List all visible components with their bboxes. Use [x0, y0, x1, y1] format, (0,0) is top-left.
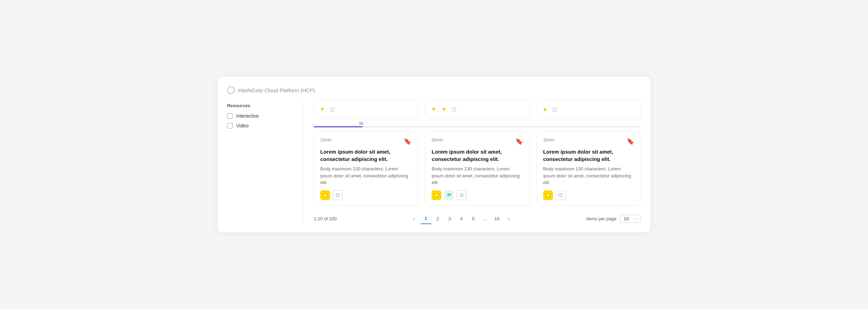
pagination-info: 1-10 of 100	[314, 216, 337, 221]
sidebar-section-title: Resources	[227, 103, 297, 108]
card-1-duration: 10min	[320, 138, 332, 142]
card-1-header: 10min 🔖	[320, 138, 411, 145]
card-1-bookmark[interactable]: 🔖	[404, 138, 411, 145]
image-icon-1: ⊡	[330, 106, 335, 113]
next-page-button[interactable]: ›	[504, 214, 514, 224]
card-3-vault-icon[interactable]	[543, 190, 553, 200]
card-2-vault-icon[interactable]	[432, 190, 441, 200]
page-btn-3[interactable]: 3	[444, 214, 455, 224]
filter-tag-icon-2: ▼	[441, 106, 447, 112]
card-2-duration: 60min	[432, 138, 443, 142]
page-btn-2[interactable]: 2	[433, 214, 443, 224]
card-3: 10min 🔖 Lorem ipsum dolor sit amet, cons…	[537, 131, 641, 206]
items-per-page-control: Items per page 10 25 50	[586, 215, 641, 223]
card-2-terminal-icon[interactable]: ⊡	[457, 190, 466, 200]
cards-row: 10min 🔖 Lorem ipsum dolor sit amet, cons…	[314, 131, 641, 206]
page-btn-10[interactable]: 10	[492, 214, 502, 224]
top-card-3: ★ ⊡	[537, 100, 641, 118]
filter-interactive[interactable]: Interactive	[227, 113, 297, 119]
card-2-body: Body maximum 130 characters. Lorem ipsum…	[432, 165, 523, 186]
progress-bar-fill	[314, 126, 363, 127]
card-3-terminal-icon[interactable]: ⊡	[556, 190, 566, 200]
progress-bar-bg	[314, 126, 641, 127]
vault-tag-icon-2: ▼	[431, 106, 436, 112]
main-window: HashiCorp Cloud Platform (HCP) Resources…	[217, 76, 651, 233]
card-1-vault-icon[interactable]	[320, 190, 330, 200]
video-label: Video	[236, 123, 249, 128]
card-2-bookmark[interactable]: 🔖	[515, 138, 523, 145]
top-cards-row: ▼ ⊡ ▼ ▼ ⊡ ★ ⊡	[314, 100, 641, 118]
pagination-area: 1-10 of 100 ‹ 1 2 3 4 5 ... 10 › Items p…	[314, 211, 641, 224]
card-2-header: 60min 🔖	[432, 138, 523, 145]
image-icon-2: ⊡	[452, 106, 456, 113]
top-bar: HashiCorp Cloud Platform (HCP)	[227, 86, 641, 94]
card-1-footer: ⊡	[320, 190, 411, 200]
page-btn-1[interactable]: 1	[421, 214, 431, 224]
page-btn-5[interactable]: 5	[468, 214, 479, 224]
app-title: HashiCorp Cloud Platform (HCP)	[238, 87, 315, 93]
page-btn-ellipsis: ...	[480, 214, 491, 224]
filter-video[interactable]: Video	[227, 123, 297, 128]
page-btn-4[interactable]: 4	[456, 214, 467, 224]
vault-tag-icon-1: ▼	[320, 106, 325, 112]
interactive-checkbox[interactable]	[227, 113, 233, 119]
card-3-footer: ⊡	[543, 190, 634, 200]
image-icon-3: ⊡	[552, 106, 557, 113]
main-content: ▼ ⊡ ▼ ▼ ⊡ ★ ⊡ 16	[304, 100, 641, 224]
card-1-title: Lorem ipsum dolor sit amet, consectetur …	[320, 148, 411, 163]
video-checkbox[interactable]	[227, 123, 233, 128]
card-3-header: 10min 🔖	[543, 138, 634, 145]
items-per-page-select[interactable]: 10 25 50	[620, 215, 641, 223]
progress-area: 16	[314, 124, 641, 130]
top-card-1: ▼ ⊡	[314, 100, 418, 118]
items-per-page-label: Items per page	[586, 216, 616, 221]
star-icon-3: ★	[542, 106, 547, 113]
card-2: 60min 🔖 Lorem ipsum dolor sit amet, cons…	[425, 131, 529, 206]
card-3-title: Lorem ipsum dolor sit amet, consectetur …	[543, 148, 634, 163]
card-2-consul-icon[interactable]: ⟳	[444, 190, 454, 200]
progress-label: 16	[359, 121, 363, 125]
items-per-page-select-wrapper[interactable]: 10 25 50	[620, 215, 641, 223]
logo-icon	[227, 86, 235, 94]
content-area: Resources Interactive Video ▼ ⊡ ▼ ▼	[227, 100, 641, 224]
card-1-terminal-icon[interactable]: ⊡	[333, 190, 343, 200]
card-2-title: Lorem ipsum dolor sit amet, consectetur …	[432, 148, 523, 163]
pagination-controls: ‹ 1 2 3 4 5 ... 10 ›	[409, 214, 514, 224]
sidebar: Resources Interactive Video	[227, 100, 304, 224]
card-1: 10min 🔖 Lorem ipsum dolor sit amet, cons…	[314, 131, 418, 206]
card-3-bookmark[interactable]: 🔖	[627, 138, 634, 145]
interactive-label: Interactive	[236, 113, 259, 119]
card-3-body: Body maximum 130 characters. Lorem ipsum…	[543, 165, 634, 186]
top-card-2: ▼ ▼ ⊡	[425, 100, 529, 118]
card-2-footer: ⟳ ⊡	[432, 190, 523, 200]
prev-page-button[interactable]: ‹	[409, 214, 419, 224]
card-3-duration: 10min	[543, 138, 555, 142]
card-1-body: Body maximum 130 characters. Lorem ipsum…	[320, 165, 411, 186]
